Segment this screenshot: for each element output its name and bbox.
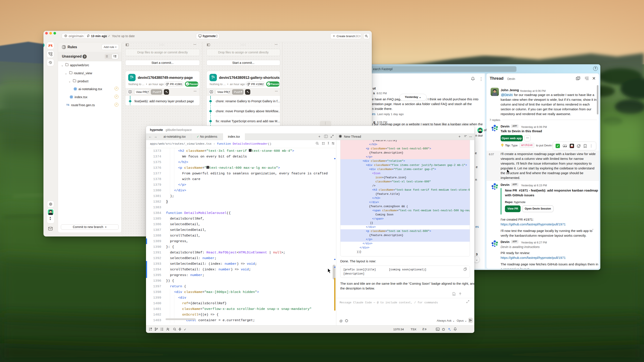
svg-text:MD: MD bbox=[453, 294, 455, 295]
svg-text:Z: Z bbox=[422, 328, 424, 331]
